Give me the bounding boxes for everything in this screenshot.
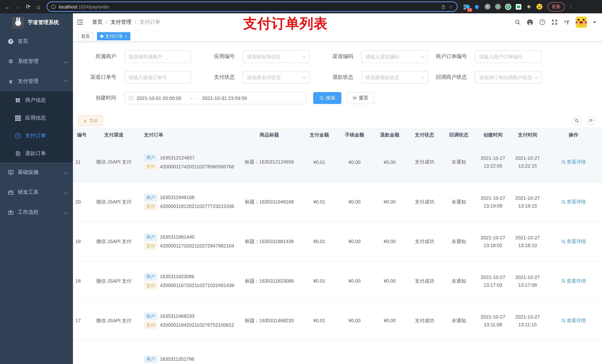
tab-pay-order[interactable]: 支付订单 × [97,32,130,40]
channel-order-no-input[interactable] [129,74,187,80]
pay-tag: 支付 [144,242,157,250]
help-icon[interactable]: ? [540,19,546,25]
sidebar-item-system[interactable]: ⚙ 系统管理 [0,52,73,71]
extension-badge: 10 [467,8,472,12]
github-icon[interactable] [527,19,533,25]
chevron-down-icon [421,75,424,79]
refund-amount-value: ¥0.00 [384,278,396,284]
header-search-icon[interactable] [515,19,521,25]
col-actions: 操作 [545,128,602,142]
address-bar[interactable]: i localhost:1024/pay/order ☆ [47,1,458,12]
extensions-puzzle-icon[interactable]: ❖ [526,3,532,10]
create-date-value: 2021-10-27 [476,313,510,321]
sidebar-item-devtools[interactable]: 研发工具 [0,182,73,202]
sidebar-collapse-icon[interactable] [77,19,84,26]
notify-status-select[interactable] [475,71,542,83]
breadcrumb-payment[interactable]: 支付管理 [111,19,131,26]
sidebar-item-label: 研发工具 [18,189,39,196]
sidebar-item-payment[interactable]: ¥ 支付管理 [0,71,73,91]
channel-code-input[interactable] [366,54,421,59]
sidebar-item-workflow[interactable]: 工作流程 [0,202,73,222]
view-detail-link[interactable]: 查看详情 [561,317,586,324]
browser-forward-button[interactable]: → [13,2,22,11]
extension-icon-1[interactable]: 10 [463,3,470,10]
extension-icon-2[interactable] [474,3,480,10]
sidebar-item-pay-order[interactable]: ¥ 支付订单 [0,127,73,145]
user-avatar[interactable] [576,17,587,28]
pay-time-value: 13:19:15 [510,202,545,209]
channel-code-select[interactable] [361,50,428,63]
export-button[interactable]: 导出 [78,115,103,126]
table-refresh-button[interactable]: ⟳ [586,116,595,125]
pay-tag: 支付 [144,203,157,210]
search-button[interactable]: 搜索 [313,92,341,104]
notify-status-value: 未通知 [452,318,466,323]
create-date-value: 2021-10-27 [476,155,510,162]
pay-status-select[interactable] [243,71,310,83]
site-info-icon[interactable]: i [51,4,56,9]
extension-icon-6[interactable] [515,3,522,10]
close-icon[interactable]: × [125,34,127,39]
url-text: localhost:1024/pay/order [59,3,110,10]
app-logo [12,16,24,28]
order-id: 21 [75,159,81,165]
document-icon [15,151,21,156]
extension-icon-3[interactable]: ⌘ [484,3,491,10]
briefcase-icon [7,209,14,215]
create-time-range-picker[interactable]: 2021-10-01 00:00:00 - 2021-10-31 23:59:5… [124,92,307,104]
col-pay-status: 支付状态 [407,128,442,142]
extension-icon-7[interactable] [536,3,542,10]
create-date-value: 2021-10-27 [476,273,510,281]
shop-icon [15,97,21,103]
channel-order-no-field[interactable] [124,71,191,83]
refund-status-select[interactable] [361,71,428,83]
fullscreen-icon[interactable] [552,19,558,25]
extension-icon-4[interactable] [495,3,501,10]
tab-home[interactable]: 首页 [78,32,93,40]
view-detail-link[interactable]: 查看详情 [561,159,586,166]
browser-home-button[interactable]: ⌂ [34,2,43,11]
browser-menu-icon[interactable]: ⋮ [568,4,573,10]
svg-text:i: i [53,5,54,8]
view-detail-link[interactable]: 查看详情 [561,198,586,205]
avatar-caret-icon[interactable] [593,21,596,23]
share-icon[interactable] [441,4,446,9]
chrome-update-button[interactable]: 更新 [548,2,565,11]
pay-channel-value: 微信 JSAPI 支付 [96,278,132,283]
browser-toolbar: ← → ⟳ ⌂ i localhost:1024/pay/order ☆ 10 … [0,0,602,13]
sidebar-item-refund-order[interactable]: 退款订单 [0,145,73,162]
view-detail-link[interactable]: 查看详情 [561,238,586,245]
sidebar-item-infrastructure[interactable]: 基础设施 [0,162,73,182]
tags-view: 首页 支付订单 × [73,31,602,42]
extension-icon-5[interactable]: Y [505,3,511,10]
refund-status-input[interactable] [366,74,421,80]
range-separator: - [191,95,193,101]
toggle-search-button[interactable] [572,116,581,125]
notify-status-input[interactable] [479,74,535,80]
view-detail-link[interactable]: 查看详情 [561,278,586,284]
pay-status-input[interactable] [247,74,303,80]
sidebar-item-label: 商户信息 [25,97,46,104]
merchant-order-no-input[interactable] [479,54,538,59]
merchant-order-no-field[interactable] [475,50,542,63]
pay-status-value: 支付成功 [415,199,434,204]
magnifier-icon [561,199,566,204]
pay-tag: 支付 [144,282,157,289]
sidebar-item-app-info[interactable]: 应用信息 [0,109,73,127]
breadcrumb-home[interactable]: 首页 [92,19,103,26]
col-create-time: 创建时间 [476,128,510,142]
sidebar-item-merchant-info[interactable]: 商户信息 [0,91,73,109]
bookmark-star-icon[interactable]: ☆ [449,4,453,10]
app-select[interactable] [243,50,310,63]
merchant-select[interactable] [124,50,191,63]
app-logo-row[interactable]: 芋道管理系统 [0,13,73,31]
browser-reload-button[interactable]: ⟳ [24,2,32,11]
sidebar-item-home[interactable]: 首页 [0,31,73,52]
reset-button[interactable]: ⟳ 重置 [347,92,374,104]
merchant-input[interactable] [129,54,187,59]
channel-order-no-value: 4200001181202110277723215336 [160,203,234,209]
app-select-input[interactable] [247,54,303,59]
browser-back-button[interactable]: ← [3,2,12,11]
font-size-icon[interactable]: TT [564,19,570,25]
extensions-row: 10 ⌘ Y ❖ [463,3,542,10]
